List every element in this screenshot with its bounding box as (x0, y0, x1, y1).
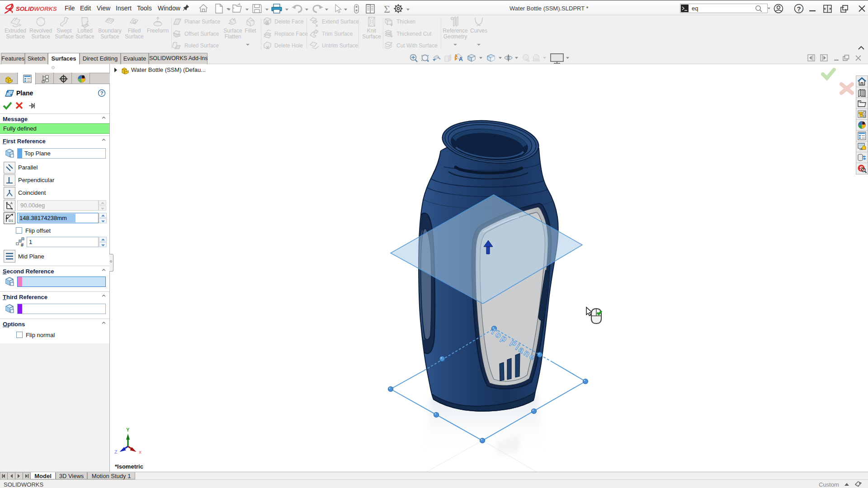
svg-text:Z: Z (114, 449, 118, 455)
svg-text:D1: D1 (9, 219, 14, 223)
svg-text:Water Bottle (SSM) (Defau...: Water Bottle (SSM) (Defau... (131, 66, 206, 73)
svg-text:*Isometric: *Isometric (115, 463, 143, 470)
svg-text:x: x (139, 449, 142, 455)
svg-text:?: ? (100, 90, 104, 96)
svg-text:A: A (10, 202, 13, 205)
svg-text:SOLIDWORKS: SOLIDWORKS (16, 5, 57, 12)
svg-text:Σ: Σ (384, 3, 390, 14)
svg-text:A: A (459, 56, 463, 62)
svg-text:?: ? (797, 5, 801, 13)
svg-text:Y: Y (126, 427, 130, 432)
svg-text:#: # (21, 242, 24, 247)
